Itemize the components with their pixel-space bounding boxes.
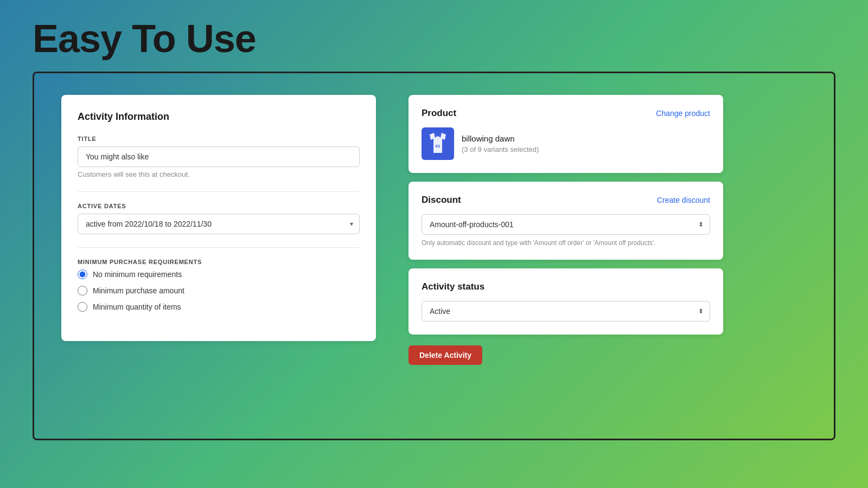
- radio-min-qty-label: Minimum quantity of items: [93, 303, 181, 311]
- change-product-button[interactable]: Change product: [656, 109, 710, 118]
- discount-select-wrapper: Amount-off-products-001 Amount-off-order…: [422, 214, 710, 235]
- product-card: Product Change product 01 billowing dawn…: [409, 95, 723, 173]
- left-panel: Activity Information TITLE Customers wil…: [61, 95, 376, 417]
- product-image: 01: [422, 127, 454, 160]
- radio-min-amount-label: Minimum purchase amount: [93, 286, 184, 295]
- title-input[interactable]: [78, 146, 360, 167]
- main-container: Activity Information TITLE Customers wil…: [33, 72, 835, 440]
- radio-min-amount[interactable]: Minimum purchase amount: [78, 286, 360, 296]
- min-purchase-label: MINIMUM PURCHASE REQUIREMENTS: [78, 259, 360, 265]
- page-title: Easy To Use: [0, 0, 868, 72]
- product-section-title: Product: [422, 108, 456, 119]
- svg-text:01: 01: [436, 144, 441, 149]
- discount-select[interactable]: Amount-off-products-001 Amount-off-order…: [422, 214, 710, 235]
- activity-info-title: Activity Information: [78, 111, 360, 123]
- active-dates-label: ACTIVE DATES: [78, 203, 360, 209]
- active-dates-field-group: ACTIVE DATES active from 2022/10/18 to 2…: [78, 203, 360, 234]
- product-variants: (3 of 9 variants selected): [462, 145, 539, 153]
- product-card-header: Product Change product: [422, 108, 710, 119]
- radio-group: No minimum requirements Minimum purchase…: [78, 269, 360, 312]
- divider-2: [78, 247, 360, 248]
- product-details: billowing dawn (3 of 9 variants selected…: [462, 134, 539, 153]
- status-card-header: Activity status: [422, 281, 710, 292]
- discount-section-title: Discount: [422, 195, 461, 206]
- activity-info-card: Activity Information TITLE Customers wil…: [61, 95, 376, 341]
- discount-card-header: Discount Create discount: [422, 195, 710, 206]
- discount-card: Discount Create discount Amount-off-prod…: [409, 182, 723, 260]
- active-dates-select-wrapper: active from 2022/10/18 to 2022/11/30 ▾: [78, 214, 360, 234]
- activity-status-card: Activity status Active Inactive ⬍: [409, 268, 723, 335]
- radio-min-qty-input[interactable]: [78, 302, 87, 312]
- divider-1: [78, 191, 360, 192]
- min-purchase-field-group: MINIMUM PURCHASE REQUIREMENTS No minimum…: [78, 259, 360, 312]
- create-discount-button[interactable]: Create discount: [657, 196, 710, 204]
- radio-no-min-input[interactable]: [78, 269, 87, 279]
- status-select[interactable]: Active Inactive: [422, 301, 710, 322]
- right-panel: Product Change product 01 billowing dawn…: [409, 95, 723, 417]
- product-name: billowing dawn: [462, 134, 539, 143]
- radio-no-min-label: No minimum requirements: [93, 270, 182, 279]
- status-select-wrapper: Active Inactive ⬍: [422, 301, 710, 322]
- delete-activity-button[interactable]: Delete Activity: [409, 345, 482, 365]
- status-section-title: Activity status: [422, 281, 484, 292]
- jersey-icon: 01: [424, 130, 451, 157]
- radio-min-amount-input[interactable]: [78, 286, 87, 296]
- discount-hint: Only automatic discount and type with 'A…: [422, 239, 710, 247]
- title-label: TITLE: [78, 136, 360, 142]
- product-info: 01 billowing dawn (3 of 9 variants selec…: [422, 127, 710, 160]
- title-field-group: TITLE Customers will see this at checkou…: [78, 136, 360, 178]
- active-dates-select[interactable]: active from 2022/10/18 to 2022/11/30: [78, 214, 360, 234]
- radio-no-min[interactable]: No minimum requirements: [78, 269, 360, 279]
- radio-min-qty[interactable]: Minimum quantity of items: [78, 302, 360, 312]
- title-hint: Customers will see this at checkout.: [78, 170, 360, 178]
